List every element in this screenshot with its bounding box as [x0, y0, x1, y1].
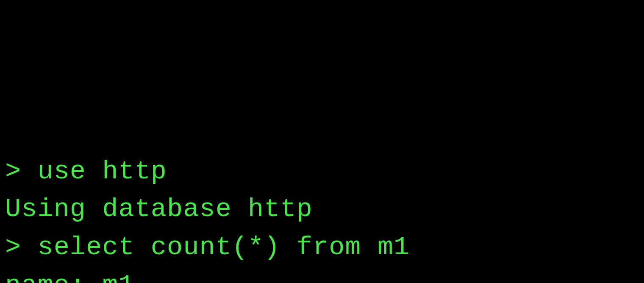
command-select: select count(*) from m1 — [37, 232, 410, 262]
command-use: use http — [37, 156, 167, 186]
terminal-line-1: > use http — [5, 153, 639, 191]
prompt-icon: > — [5, 156, 37, 186]
terminal-line-2: Using database http — [5, 190, 639, 228]
terminal-line-3: > select count(*) from m1 — [5, 228, 639, 266]
result-name-line: name: m1 — [5, 266, 639, 283]
prompt-icon: > — [5, 232, 37, 262]
